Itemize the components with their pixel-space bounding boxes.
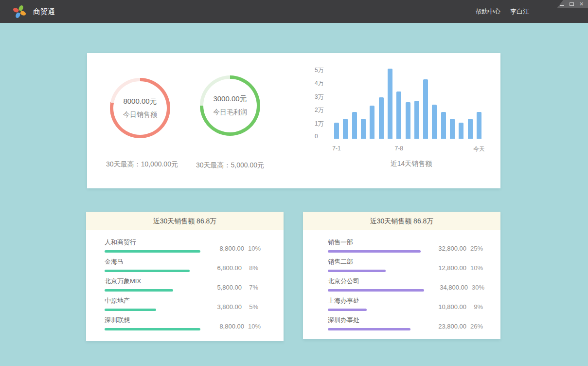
list-item-label: 上海办事处: [328, 296, 423, 305]
sales-bar: [468, 119, 473, 139]
list-item-amount: 8,800.00: [200, 245, 244, 252]
sales-bar: [414, 101, 419, 139]
sales-bar: [379, 97, 384, 139]
list-item-percent: 7%: [242, 284, 258, 291]
sales-bar: [441, 112, 446, 139]
sales-bar-plot: [334, 66, 481, 139]
list-item: 深圳联想8,800.0010%: [105, 316, 258, 330]
sales-chart-title: 近14天销售额: [337, 160, 485, 168]
sales-bar: [361, 119, 366, 139]
list-item: 中原地产3,800.005%: [105, 296, 258, 311]
list-item-amount: 5,800.00: [198, 284, 242, 291]
sales-bar: [334, 123, 339, 139]
progress-bar: [328, 270, 386, 272]
department-sales-card: 近30天销售额 86.8万 销售一部32,800.0025%销售二部12,800…: [303, 212, 500, 339]
list-item: 销售二部12,800.0010%: [328, 257, 483, 272]
app-logo-pinwheel-icon: [12, 4, 27, 19]
list-item-percent: 9%: [466, 303, 483, 311]
list-item-label: 金海马: [105, 257, 198, 266]
list-item-percent: 8%: [242, 264, 258, 272]
list-item: 金海马6,800.008%: [105, 257, 258, 272]
progress-bar: [105, 270, 190, 272]
department-sales-card-title: 近30天销售额 86.8万: [303, 212, 500, 230]
list-item-amount: 6,800.00: [198, 264, 242, 272]
list-item-label: 中原地产: [105, 296, 198, 305]
list-item-label: 深圳办事处: [328, 316, 423, 325]
list-item-percent: 10%: [244, 245, 261, 252]
sales-bar: [459, 123, 463, 139]
x-axis-tick: 今天: [473, 145, 485, 153]
list-item: 销售一部32,800.0025%: [328, 238, 483, 253]
today-profit-label: 今日毛利润: [213, 108, 247, 117]
customer-sales-card-title: 近30天销售额 86.8万: [86, 212, 284, 230]
today-sales-value: 8000.00元: [123, 97, 157, 106]
list-item-label: 销售二部: [328, 257, 423, 266]
current-user-link[interactable]: 李白江: [510, 0, 529, 23]
sales-bar: [352, 112, 357, 139]
list-item-amount: 23,800.00: [423, 323, 466, 330]
today-profit-value: 3000.00元: [213, 94, 247, 104]
list-item-label: 北京万象MIX: [105, 277, 198, 286]
y-axis-tick: 4万: [315, 79, 334, 88]
list-item-percent: 26%: [466, 323, 483, 330]
sales-bar: [388, 69, 392, 139]
y-axis-tick: 0: [315, 133, 334, 140]
app-title: 商贸通: [33, 0, 55, 23]
close-icon[interactable]: ✕: [579, 1, 584, 7]
sales-bar: [370, 106, 374, 139]
department-sales-list: 销售一部32,800.0025%销售二部12,800.0010%北京分公司34,…: [303, 230, 500, 330]
list-item-amount: 32,800.00: [423, 245, 466, 252]
minimize-icon[interactable]: [559, 1, 565, 7]
today-profit-30d-max: 30天最高：5,000.00元: [177, 161, 284, 170]
list-item-percent: 10%: [244, 323, 261, 330]
list-item-amount: 12,800.00: [423, 264, 466, 272]
progress-bar: [105, 289, 173, 292]
sales-bar: [423, 79, 428, 139]
list-item: 上海办事处10,800.009%: [328, 296, 483, 311]
list-item-label: 北京分公司: [328, 277, 424, 286]
y-axis-tick: 1万: [315, 120, 334, 128]
sales-bar: [343, 119, 348, 139]
progress-bar: [328, 309, 367, 311]
progress-bar: [328, 328, 410, 330]
x-axis-tick: 7-1: [332, 145, 340, 152]
list-item-percent: 30%: [468, 284, 484, 291]
sales-bar: [396, 92, 401, 139]
sales-bar: [450, 119, 455, 139]
list-item: 北京万象MIX5,800.007%: [105, 277, 258, 292]
list-item: 北京分公司34,800.0030%: [328, 277, 483, 292]
list-item: 人和商贸行8,800.0010%: [105, 238, 258, 253]
progress-bar: [105, 250, 200, 253]
list-item-label: 深圳联想: [105, 316, 200, 325]
list-item-percent: 10%: [466, 264, 483, 272]
list-item-amount: 3,800.00: [198, 303, 242, 311]
list-item-label: 人和商贸行: [105, 238, 200, 247]
progress-bar: [105, 328, 200, 330]
help-center-link[interactable]: 帮助中心: [475, 0, 500, 23]
list-item-percent: 25%: [466, 245, 483, 252]
progress-bar: [328, 250, 421, 253]
list-item-label: 销售一部: [328, 238, 423, 247]
progress-bar: [105, 309, 156, 311]
list-item-amount: 34,800.00: [424, 284, 468, 291]
sales-bar: [406, 102, 410, 139]
sales-bar: [432, 105, 437, 139]
list-item: 深圳办事处23,800.0026%: [328, 316, 483, 330]
list-item-percent: 5%: [242, 303, 258, 311]
window-controls: ✕: [557, 0, 588, 8]
y-axis-tick: 3万: [315, 93, 334, 101]
customer-sales-list: 人和商贸行8,800.0010%金海马6,800.008%北京万象MIX5,80…: [86, 230, 284, 330]
sales-bar: [477, 112, 481, 139]
maximize-icon[interactable]: [569, 1, 574, 7]
list-item-amount: 10,800.00: [423, 303, 466, 311]
today-sales-donut: 8000.00元 今日销售额: [110, 78, 170, 138]
progress-bar: [328, 289, 424, 292]
y-axis-tick: 5万: [315, 66, 334, 74]
today-sales-label: 今日销售额: [123, 110, 157, 119]
x-axis-tick: 7-8: [395, 145, 403, 152]
list-item-amount: 8,800.00: [200, 323, 244, 330]
y-axis-tick: 2万: [315, 106, 334, 114]
overview-card: 8000.00元 今日销售额 30天最高：10,000.00元 3000.00元…: [87, 53, 500, 188]
customer-sales-card: 近30天销售额 86.8万 人和商贸行8,800.0010%金海马6,800.0…: [86, 212, 284, 341]
today-profit-donut: 3000.00元 今日毛利润: [200, 75, 260, 136]
